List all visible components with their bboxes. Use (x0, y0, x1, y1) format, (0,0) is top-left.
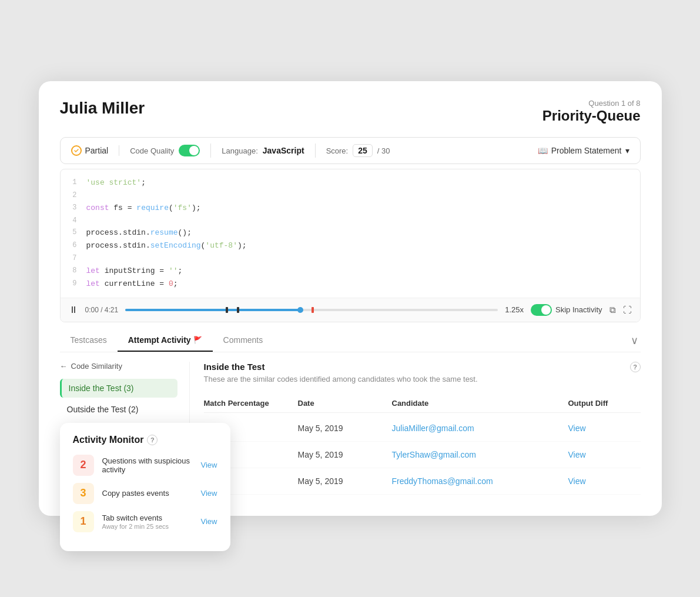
row1-candidate[interactable]: JuliaMiller@gmail.com (392, 423, 568, 433)
row2-date: May 5, 2019 (298, 450, 392, 459)
code-editor: 1 'use strict'; 2 3 const fs = require('… (60, 169, 641, 322)
activity-monitor-label: Activity Monitor (73, 435, 144, 445)
back-link-label: Code Similarity (71, 362, 122, 371)
attempt-activity-label: Attempt Activity (128, 335, 191, 345)
progress-dot (297, 307, 303, 313)
back-arrow-icon: ← (60, 362, 68, 371)
row2-view[interactable]: View (568, 450, 641, 459)
activity-item-2: 3 Copy pastes events View (73, 483, 217, 504)
question-number: Question 1 of 8 (542, 99, 641, 108)
question-title: Priority-Queue (542, 108, 641, 124)
code-line-4: 4 (61, 215, 640, 226)
progress-bar[interactable] (125, 309, 498, 311)
score-total: / 30 (377, 146, 390, 155)
sidebar-item-inside-label: Inside the Test (3) (69, 383, 134, 393)
activity-info-3: Tab switch events Away for 2 min 25 secs (102, 513, 193, 530)
activity-view-3[interactable]: View (201, 517, 217, 526)
chevron-down-icon: ▾ (625, 146, 629, 155)
candidate-name: Julia Miller (60, 99, 145, 118)
row3-candidate[interactable]: FreddyThomas@gmail.com (392, 476, 568, 486)
problem-statement-label: Problem Statement (551, 146, 622, 155)
tab-attempt-activity[interactable]: Attempt Activity 🚩 (118, 329, 213, 352)
score-section: Score: 25 / 30 (316, 144, 401, 157)
tab-testcases[interactable]: Testcases (60, 329, 118, 352)
expand-icon[interactable]: ⛶ (623, 305, 632, 315)
row1-view[interactable]: View (568, 423, 641, 433)
code-line-5: 5 process.stdin.resume(); (61, 226, 640, 239)
activity-info-1: Questions with suspicious activity (102, 456, 193, 474)
activity-monitor-title: Activity Monitor ? (73, 435, 217, 445)
copy-icon[interactable]: ⧉ (609, 305, 616, 315)
activity-badge-2: 3 (73, 483, 94, 504)
activity-view-1[interactable]: View (201, 461, 217, 469)
col-date: Date (298, 399, 392, 408)
sidebar-item-inside[interactable]: Inside the Test (3) (60, 379, 177, 398)
skip-section: Skip Inactivity (531, 304, 602, 316)
skip-label: Skip Inactivity (555, 305, 602, 314)
activity-count-2: 3 (80, 487, 86, 499)
back-link[interactable]: ← Code Similarity (60, 362, 177, 371)
tabs-bar: Testcases Attempt Activity 🚩 Comments ∨ (60, 329, 641, 352)
tab-comments[interactable]: Comments (213, 329, 274, 352)
progress-marker-1 (226, 307, 228, 313)
language-section: Language: JavaScript (211, 146, 314, 155)
progress-marker-2 (237, 307, 239, 313)
col-candidate: Candidate (392, 399, 568, 408)
progress-marker-red (312, 307, 314, 313)
activity-label-1: Questions with suspicious activity (102, 456, 193, 474)
activity-badge-3: 1 (73, 511, 94, 532)
activity-monitor: Activity Monitor ? 2 Questions with susp… (60, 423, 230, 551)
activity-sub-3: Away for 2 min 25 secs (102, 523, 193, 530)
table-row: 97% May 5, 2019 TylerShaw@gmail.com View (204, 442, 641, 468)
status-section: Partial (71, 145, 120, 156)
code-area: 1 'use strict'; 2 3 const fs = require('… (61, 169, 640, 298)
code-line-7: 7 (61, 252, 640, 264)
video-controls: ⏸ 0:00 / 4:21 1.25x Skip Inactivity ⧉ ⛶ (61, 298, 640, 322)
row3-view[interactable]: View (568, 476, 641, 486)
inside-test-title: Inside the Test (204, 362, 265, 372)
table-row: 98% May 5, 2019 JuliaMiller@gmail.com Vi… (204, 415, 641, 442)
table-row: 97% May 5, 2019 FreddyThomas@gmail.com V… (204, 468, 641, 495)
code-line-8: 8 let inputString = ''; (61, 265, 640, 278)
main-card: Julia Miller Question 1 of 8 Priority-Qu… (39, 81, 662, 516)
play-button[interactable]: ⏸ (69, 305, 78, 315)
code-line-2: 2 (61, 189, 640, 201)
activity-item-3: 1 Tab switch events Away for 2 min 25 se… (73, 511, 217, 532)
score-value: 25 (353, 144, 373, 157)
skip-inactivity-toggle[interactable] (531, 304, 552, 316)
progress-fill (125, 309, 300, 311)
help-icon[interactable]: ? (630, 362, 641, 372)
activity-label-3: Tab switch events (102, 513, 193, 522)
code-line-9: 9 let currentLine = 0; (61, 278, 640, 291)
header-right: Question 1 of 8 Priority-Queue (542, 99, 641, 124)
code-quality-label: Code Quality (130, 146, 174, 155)
toolbar: Partial Code Quality Language: JavaScrip… (60, 137, 641, 164)
problem-statement-btn[interactable]: 📖 Problem Statement ▾ (538, 146, 629, 155)
activity-info-2: Copy pastes events (102, 489, 193, 498)
language-label: Language: (222, 146, 257, 155)
collapse-tabs-button[interactable]: ∨ (631, 334, 641, 347)
video-time: 0:00 / 4:21 (85, 306, 119, 314)
activity-monitor-help-icon[interactable]: ? (147, 435, 158, 445)
language-value: JavaScript (263, 146, 304, 155)
section-title: Inside the Test ? (204, 362, 641, 372)
section-subtitle: These are the similar codes identified a… (204, 375, 641, 383)
activity-badge-1: 2 (73, 455, 94, 476)
activity-label-2: Copy pastes events (102, 489, 193, 498)
row1-date: May 5, 2019 (298, 423, 392, 433)
activity-count-1: 2 (80, 459, 86, 471)
score-label: Score: (326, 146, 349, 155)
main-content: Inside the Test ? These are the similar … (189, 362, 641, 495)
col-output-diff: Output Diff (568, 399, 641, 408)
status-label: Partial (85, 146, 109, 155)
code-line-3: 3 const fs = require('fs'); (61, 202, 640, 215)
partial-icon (71, 145, 82, 156)
row3-date: May 5, 2019 (298, 476, 392, 486)
sidebar-item-outside[interactable]: Outside the Test (2) (60, 400, 177, 419)
activity-view-2[interactable]: View (201, 489, 217, 498)
activity-count-3: 1 (80, 515, 86, 528)
code-quality-section: Code Quality (119, 145, 210, 156)
code-quality-toggle[interactable] (179, 145, 200, 156)
row2-candidate[interactable]: TylerShaw@gmail.com (392, 450, 568, 459)
code-line-6: 6 process.stdin.setEncoding('utf-8'); (61, 239, 640, 252)
